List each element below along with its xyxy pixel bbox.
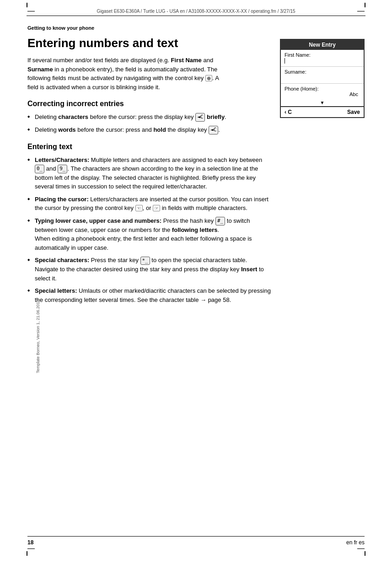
main-title: Entering numbers and text [27,36,271,50]
list-item: Deleting words before the cursor: press … [27,125,271,134]
header-dash-left: — [27,7,35,15]
phone-field-phone: Phone (Home): Abc [281,84,364,99]
list-item-letters: Letters/Characters: Multiple letters and… [27,156,271,191]
key-hash: #̲ [215,217,225,226]
key-0: 0̲ [35,165,44,173]
abc-label: Abc [349,91,358,97]
surname-label: Surname: [285,69,360,75]
list-item-cursor: Placing the cursor: Letters/characters a… [27,195,271,213]
list-item-case: Typing lower case, upper case and number… [27,216,271,252]
side-label: Template Borneo, Version 1, 21.06.2012 [36,300,40,373]
key-badge-c2: ◄C [209,126,218,134]
right-soft-key[interactable]: Save [347,109,360,115]
firstname-input [285,58,360,64]
intro-paragraph: If several number and/or text fields are… [27,56,229,91]
correcting-title: Correcting incorrect entries [27,100,271,108]
surname-input [285,75,360,81]
phone-field-firstname: First Name: [281,50,364,67]
page-header-text: Gigaset E630-E360A / Turtle LUG - USA en… [97,9,295,14]
firstname-label: First Name: [285,52,360,58]
down-arrow: ▼ [320,100,325,105]
bottom-dash-right: — [357,545,365,552]
phone-field-surname: Surname: [281,67,364,84]
phone-arrow-row: ▼ [281,99,364,106]
list-item-special-chars: Special characters: Press the star key *… [27,256,271,283]
left-soft-key[interactable]: ‹ C [285,109,292,115]
phone-screen-title: New Entry [281,40,364,50]
key-badge-c1: ◄C [195,113,205,122]
entering-text-title: Entering text [27,143,271,151]
bottom-dash-left: — [27,545,35,552]
header-dash-right: — [357,7,365,15]
phone-label: Phone (Home): [285,86,360,91]
key-9: 9̲ [58,165,67,173]
list-item-special-letters: Special letters: Umlauts or other marked… [27,286,271,304]
entering-text-list: Letters/Characters: Multiple letters and… [27,156,271,304]
top-right-mark [365,3,365,7]
phone-ui: New Entry First Name: Surname: Phone (Ho… [280,39,365,118]
correcting-list: Deleting characters before the cursor: p… [27,113,271,134]
list-item: Deleting characters before the cursor: p… [27,113,271,122]
key-star: *̲ [140,257,150,265]
section-label: Getting to know your phone [27,25,271,31]
phone-bottom-bar: ‹ C Save [281,106,364,117]
